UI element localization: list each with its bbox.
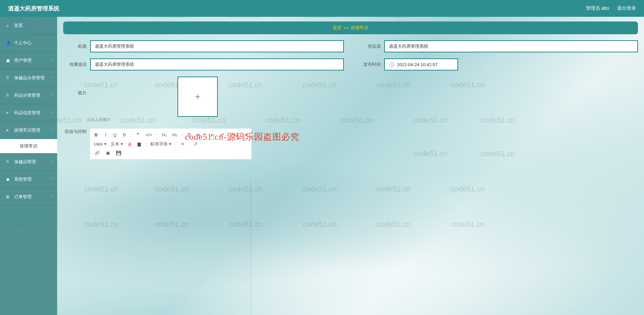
- grid-icon: ⠿: [6, 160, 11, 164]
- header: 逍遥大药房管理系统 管理员 abo 退出登录: [0, 0, 644, 17]
- sidebar-item-epidemic[interactable]: ≡ 疫情常识管理 ﹀: [0, 122, 57, 139]
- sidebar: ⌂ 首页 👤 个人中心 ▣ 用户管理 ﹀ ⠿ 保健品分类管理 ﹀ ⠿ 药品分类管…: [0, 17, 57, 315]
- image-upload-box[interactable]: +: [177, 77, 218, 117]
- sidebar-sub-epidemic-knowledge[interactable]: 疫情常识: [0, 139, 57, 153]
- breadcrumb-sep: >>: [344, 26, 349, 31]
- main-content: 首页 >> 疫情常识 标题 逍遥大药房管理系统 传染源 逍遥大药房管理系统 传播…: [57, 17, 644, 315]
- grid-icon: ⠿: [6, 76, 11, 80]
- publish-datetime-input[interactable]: 2022-04-24 10:42:57: [384, 58, 458, 71]
- list-icon: ≡: [6, 110, 11, 115]
- image-label: 图片: [63, 77, 87, 96]
- chevron-down-icon: ﹀: [50, 58, 53, 63]
- strike-button[interactable]: S: [122, 132, 127, 138]
- font-size-select[interactable]: 14px▾: [93, 141, 107, 146]
- indent-button[interactable]: ⇥: [243, 132, 248, 138]
- user-icon: 👤: [6, 41, 11, 45]
- bold-button[interactable]: B: [93, 132, 99, 138]
- sidebar-item-orders[interactable]: ⊞ 订单管理 ﹀: [0, 188, 57, 206]
- ol-button[interactable]: ☰: [186, 132, 192, 138]
- chevron-down-icon: ﹀: [50, 128, 53, 133]
- subscript-button[interactable]: x₂: [210, 132, 215, 138]
- font-family-select[interactable]: 标准字体▾: [150, 141, 171, 147]
- plus-icon: +: [195, 91, 200, 102]
- sidebar-item-label: 订单管理: [14, 194, 32, 200]
- underline-button[interactable]: U: [112, 132, 118, 138]
- editor-content-area[interactable]: [90, 160, 638, 260]
- breadcrumb: 首页 >> 疫情常识: [63, 21, 638, 34]
- h1-button[interactable]: H₁: [161, 132, 167, 138]
- sidebar-item-label: 药品分类管理: [14, 92, 40, 98]
- chevron-down-icon: ﹀: [50, 110, 53, 115]
- route-input[interactable]: 逍遥大药房管理系统: [90, 58, 344, 71]
- align-button[interactable]: ≡: [180, 141, 185, 147]
- sidebar-item-drug-info[interactable]: ≡ 药品信息管理 ﹀: [0, 104, 57, 122]
- sidebar-item-health-category[interactable]: ⠿ 保健品分类管理 ﹀: [0, 69, 57, 87]
- title-label: 标题: [63, 43, 87, 49]
- users-icon: ▣: [6, 58, 11, 63]
- home-icon: ⌂: [6, 23, 11, 28]
- sidebar-item-label: 药品信息管理: [14, 110, 40, 116]
- chevron-down-icon: ﹀: [50, 177, 53, 182]
- superscript-button[interactable]: x²: [219, 132, 225, 138]
- route-label: 传播途径: [63, 61, 87, 68]
- logout-link[interactable]: 退出登录: [617, 5, 636, 11]
- sidebar-item-label: 疫情常识管理: [14, 127, 40, 133]
- chevron-down-icon: ﹀: [50, 160, 53, 164]
- sidebar-item-profile[interactable]: 👤 个人中心: [0, 34, 57, 52]
- sidebar-item-label: 首页: [14, 22, 23, 29]
- save-button[interactable]: 💾: [115, 150, 122, 156]
- code-button[interactable]: </>: [145, 132, 153, 138]
- sidebar-item-label: 保健品管理: [14, 159, 36, 165]
- editor-toolbar: B I U S ❞ </> H₁ H₂ ☰ ≡ x₂: [90, 129, 251, 160]
- image-button[interactable]: ▣: [105, 150, 111, 156]
- text-type-select[interactable]: 文本▾: [111, 141, 123, 147]
- chevron-down-icon: ﹀: [50, 76, 53, 80]
- chevron-down-icon: ﹀: [50, 194, 53, 199]
- sidebar-item-label: 用户管理: [14, 57, 32, 63]
- app-title: 逍遥大药房管理系统: [8, 5, 59, 12]
- outdent-button[interactable]: ⇤: [233, 132, 239, 138]
- breadcrumb-home[interactable]: 首页: [333, 25, 341, 31]
- sidebar-item-drug-category[interactable]: ⠿ 药品分类管理 ﹀: [0, 87, 57, 104]
- dropdown-icon: ▾: [121, 141, 123, 146]
- dropdown-icon: ▾: [104, 141, 107, 146]
- globe-icon: ◉: [6, 177, 11, 182]
- cart-icon: ⊞: [6, 194, 11, 199]
- control-label: 防疫与控制: [63, 129, 87, 260]
- link-button[interactable]: 🔗: [93, 150, 101, 156]
- admin-label[interactable]: 管理员 abo: [586, 5, 609, 11]
- sidebar-item-home[interactable]: ⌂ 首页: [0, 17, 57, 34]
- sidebar-item-label: 系统管理: [14, 176, 32, 182]
- breadcrumb-current: 疫情常识: [351, 25, 368, 31]
- chevron-down-icon: ﹀: [50, 93, 53, 98]
- source-input[interactable]: 逍遥大药房管理系统: [384, 40, 638, 52]
- quote-button[interactable]: ❞: [135, 132, 141, 138]
- italic-button[interactable]: I: [103, 132, 108, 138]
- clear-format-button[interactable]: I̸: [194, 141, 199, 147]
- sidebar-item-system[interactable]: ◉ 系统管理 ﹀: [0, 171, 57, 188]
- upload-hint: 点击上传图片: [87, 117, 638, 123]
- source-label: 传染源: [357, 43, 381, 49]
- bg-color-button[interactable]: ▆: [136, 141, 142, 147]
- publish-label: 发布时间: [357, 61, 381, 68]
- sidebar-item-users[interactable]: ▣ 用户管理 ﹀: [0, 52, 57, 69]
- list-icon: ≡: [6, 128, 11, 133]
- grid-icon: ⠿: [6, 93, 11, 98]
- sidebar-item-label: 个人中心: [14, 40, 32, 46]
- sidebar-item-health-product[interactable]: ⠿ 保健品管理 ﹀: [0, 153, 57, 171]
- dropdown-icon: ▾: [169, 141, 171, 146]
- font-color-button[interactable]: A: [127, 141, 132, 147]
- title-input[interactable]: 逍遥大药房管理系统: [90, 40, 344, 52]
- ul-button[interactable]: ≡: [196, 132, 201, 138]
- sidebar-item-label: 保健品分类管理: [14, 75, 45, 81]
- h2-button[interactable]: H₂: [171, 132, 178, 138]
